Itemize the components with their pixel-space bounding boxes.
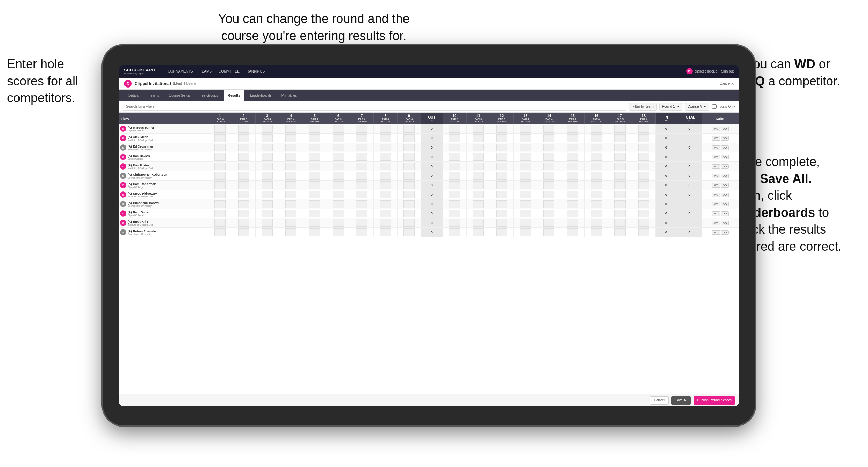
hole-score-input[interactable] — [614, 153, 626, 161]
score-cell-hole-4[interactable] — [279, 209, 303, 218]
score-cell-hole-15[interactable] — [561, 143, 584, 152]
score-cell-hole-17[interactable] — [608, 181, 632, 190]
hole-score-input[interactable] — [380, 181, 391, 189]
hole-score-input[interactable] — [380, 144, 391, 151]
hole-score-input[interactable] — [356, 125, 367, 133]
hole-score-input[interactable] — [473, 134, 484, 142]
hole-score-input[interactable] — [591, 125, 602, 133]
score-cell-hole-17[interactable] — [608, 190, 632, 199]
score-cell-hole-11[interactable] — [466, 152, 490, 162]
score-cell-hole-4[interactable] — [279, 152, 303, 162]
score-cell-hole-1[interactable] — [208, 171, 232, 181]
score-cell-hole-3[interactable] — [255, 190, 279, 199]
dq-button[interactable]: DQ — [721, 145, 729, 150]
score-cell-hole-11[interactable] — [466, 171, 490, 181]
score-cell-hole-12[interactable] — [490, 209, 514, 218]
score-cell-hole-4[interactable] — [279, 143, 303, 152]
wd-button[interactable]: WD — [712, 145, 720, 150]
hole-score-input[interactable] — [449, 153, 460, 161]
hole-score-input[interactable] — [591, 153, 602, 161]
score-cell-hole-15[interactable] — [561, 209, 584, 218]
score-cell-hole-3[interactable] — [255, 209, 279, 218]
hole-score-input[interactable] — [356, 181, 367, 189]
score-cell-hole-2[interactable] — [232, 228, 256, 237]
hole-score-input[interactable] — [380, 191, 391, 198]
score-cell-hole-8[interactable] — [373, 199, 397, 209]
tab-details[interactable]: Details — [124, 90, 143, 101]
hole-score-input[interactable] — [285, 200, 296, 208]
score-cell-hole-8[interactable] — [373, 162, 397, 171]
hole-score-input[interactable] — [591, 210, 602, 217]
wd-button[interactable]: WD — [712, 155, 720, 159]
hole-score-input[interactable] — [262, 200, 273, 208]
dq-button[interactable]: DQ — [721, 164, 729, 169]
hole-score-input[interactable] — [309, 228, 320, 236]
hole-score-input[interactable] — [356, 153, 367, 161]
hole-score-input[interactable] — [543, 219, 554, 227]
score-cell-hole-18[interactable] — [632, 134, 656, 143]
hole-score-input[interactable] — [238, 219, 249, 227]
score-cell-hole-8[interactable] — [373, 171, 397, 181]
hole-score-input[interactable] — [262, 191, 273, 198]
save-all-button[interactable]: Save All — [671, 396, 691, 405]
score-cell-hole-3[interactable] — [255, 181, 279, 190]
hole-score-input[interactable] — [309, 144, 320, 151]
hole-score-input[interactable] — [449, 181, 460, 189]
hole-score-input[interactable] — [285, 228, 296, 236]
filter-by-team-button[interactable]: Filter by team — [629, 103, 657, 111]
hole-score-input[interactable] — [309, 210, 320, 217]
wd-button[interactable]: WD — [712, 193, 720, 197]
score-cell-hole-9[interactable] — [397, 181, 421, 190]
hole-score-input[interactable] — [333, 163, 344, 170]
hole-score-input[interactable] — [356, 172, 367, 180]
wd-button[interactable]: WD — [712, 183, 720, 188]
score-cell-hole-5[interactable] — [303, 143, 326, 152]
score-cell-hole-6[interactable] — [326, 143, 350, 152]
score-cell-hole-13[interactable] — [514, 218, 537, 228]
score-cell-hole-8[interactable] — [373, 190, 397, 199]
scores-table-container[interactable]: Player 1 PAR 4 340 YDS 2 PAR 5 511 YDS — [119, 113, 739, 394]
score-cell-hole-2[interactable] — [232, 190, 256, 199]
footer-cancel-button[interactable]: Cancel — [650, 396, 669, 405]
dq-button[interactable]: DQ — [721, 127, 729, 131]
hole-score-input[interactable] — [638, 191, 649, 198]
score-cell-hole-18[interactable] — [632, 171, 656, 181]
score-cell-hole-13[interactable] — [514, 209, 537, 218]
hole-score-input[interactable] — [238, 200, 249, 208]
score-cell-hole-13[interactable] — [514, 171, 537, 181]
score-cell-hole-10[interactable] — [443, 152, 466, 162]
score-cell-hole-14[interactable] — [537, 190, 561, 199]
score-cell-hole-3[interactable] — [255, 218, 279, 228]
wd-button[interactable]: WD — [712, 221, 720, 225]
hole-score-input[interactable] — [238, 144, 249, 151]
score-cell-hole-17[interactable] — [608, 143, 632, 152]
score-cell-hole-12[interactable] — [490, 181, 514, 190]
score-cell-hole-4[interactable] — [279, 162, 303, 171]
score-cell-hole-15[interactable] — [561, 218, 584, 228]
score-cell-hole-4[interactable] — [279, 218, 303, 228]
hole-score-input[interactable] — [285, 125, 296, 133]
score-cell-hole-16[interactable] — [584, 181, 608, 190]
score-cell-hole-11[interactable] — [466, 218, 490, 228]
score-cell-hole-8[interactable] — [373, 228, 397, 237]
hole-score-input[interactable] — [496, 153, 507, 161]
hole-score-input[interactable] — [403, 191, 415, 198]
score-cell-hole-2[interactable] — [232, 218, 256, 228]
hole-score-input[interactable] — [403, 210, 415, 217]
score-cell-hole-17[interactable] — [608, 218, 632, 228]
hole-score-input[interactable] — [591, 134, 602, 142]
hole-score-input[interactable] — [356, 134, 367, 142]
hole-score-input[interactable] — [333, 172, 344, 180]
hole-score-input[interactable] — [543, 125, 554, 133]
score-cell-hole-10[interactable] — [443, 228, 466, 237]
score-cell-hole-2[interactable] — [232, 171, 256, 181]
score-cell-hole-6[interactable] — [326, 218, 350, 228]
score-cell-hole-7[interactable] — [350, 162, 374, 171]
score-cell-hole-14[interactable] — [537, 181, 561, 190]
hole-score-input[interactable] — [591, 191, 602, 198]
wd-button[interactable]: WD — [712, 127, 720, 131]
score-cell-hole-6[interactable] — [326, 190, 350, 199]
score-cell-hole-9[interactable] — [397, 171, 421, 181]
hole-score-input[interactable] — [473, 200, 484, 208]
hole-score-input[interactable] — [473, 144, 484, 151]
